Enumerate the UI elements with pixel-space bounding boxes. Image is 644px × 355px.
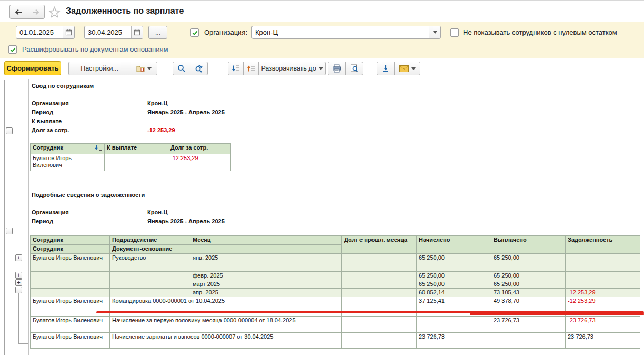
details-section-title: Подробные сведения о задолженности — [32, 192, 145, 198]
org-value: Крон-Ц — [252, 28, 429, 36]
header-cell-to-pay[interactable]: К выплате — [105, 144, 168, 154]
field-label: Организация — [32, 100, 69, 106]
salary-debt-report-window: Задолженность по зарплате 01.01.2025 – 3… — [0, 0, 644, 355]
cell-prev-debt — [342, 333, 417, 349]
summary-table-header-row: Сотрудник К выплате Долг за сотр. — [31, 144, 231, 154]
cell-document[interactable]: Начисление за первую половину месяца 000… — [110, 317, 342, 333]
cell-debt: -12 253,29 — [566, 297, 640, 317]
org-input[interactable]: Крон-Ц — [251, 26, 441, 39]
grouping-separator-line — [28, 79, 29, 355]
cell-month: март 2025 — [190, 280, 342, 289]
header-cell-prev-debt[interactable]: Долг с прошл. месяца — [342, 236, 417, 254]
back-button[interactable] — [9, 5, 27, 19]
checkmark-icon — [9, 46, 16, 53]
cell-paid: 23 726,73 — [491, 317, 566, 333]
printer-icon — [332, 64, 341, 73]
collapse-levels-button[interactable] — [243, 62, 259, 75]
search-button[interactable] — [173, 62, 190, 75]
export-group — [377, 62, 420, 75]
forward-button[interactable] — [27, 5, 45, 19]
org-checkbox[interactable] — [190, 28, 199, 37]
date-from-calendar-button[interactable] — [63, 26, 74, 38]
header-cell-paid[interactable]: Выплачено — [491, 236, 566, 254]
document-detail-row: Булатов Игорь Виленович Начисление за пе… — [31, 317, 640, 333]
document-detail-row: Булатов Игорь Виленович Командировка 000… — [31, 297, 640, 317]
expand-row-button[interactable]: + — [15, 254, 22, 261]
month-group-row: февр. 2025 65 250,00 65 250,00 — [31, 272, 640, 280]
cell-document[interactable]: Начисление зарплаты и взносов 0000-00000… — [110, 333, 342, 349]
expand-row-button[interactable]: + — [15, 279, 22, 286]
cell-accrued: 60 852,14 — [417, 289, 491, 297]
date-to-input[interactable]: 30.04.2025 — [84, 26, 143, 39]
save-button[interactable] — [377, 62, 395, 75]
caret-down-icon — [411, 67, 416, 70]
field-label: Период — [32, 109, 53, 115]
expand-levels-button[interactable] — [228, 62, 244, 75]
filter-panel: 01.01.2025 – 30.04.2025 — [0, 22, 644, 58]
cell-document[interactable]: Командировка 0000-000001 от 10.04.2025 — [110, 297, 342, 317]
generate-button[interactable]: Сформировать — [4, 61, 61, 75]
date-from-input[interactable]: 01.01.2025 — [16, 26, 75, 39]
document-detail-row: Булатов Игорь Виленович Начисление зарпл… — [31, 333, 640, 349]
field-value: Крон-Ц — [147, 100, 168, 106]
summary-table-row: Булатов Игорь Виленович -12 253,29 — [31, 154, 231, 171]
field-value: Январь 2025 - Апрель 2025 — [147, 109, 225, 115]
search-group — [173, 62, 208, 75]
collapse-row-button[interactable]: − — [15, 287, 22, 293]
header-cell-employee-2[interactable]: Сотрудник — [31, 245, 110, 254]
expand-group: Разворачивать до — [228, 62, 326, 75]
settings-button[interactable]: Настройки... — [68, 62, 130, 75]
print-button[interactable] — [328, 62, 346, 75]
org-label: Организация: — [204, 28, 247, 37]
cell-prev-debt — [342, 272, 417, 280]
header-cell-document[interactable]: Документ-основание — [110, 245, 342, 254]
cell-employee: Булатов Игорь Виленович — [31, 254, 110, 272]
cell-department — [110, 280, 190, 289]
email-button[interactable] — [394, 62, 420, 75]
month-group-row: март 2025 65 250,00 65 250,00 — [31, 280, 640, 289]
header-cell-employee[interactable]: Сотрудник — [31, 144, 105, 154]
tree-line — [4, 80, 5, 355]
collapse-group-button[interactable]: − — [6, 228, 13, 234]
expand-levels-icon — [232, 64, 240, 73]
cell-paid: 73 105,43 — [491, 289, 566, 297]
cell-month: февр. 2025 — [190, 272, 342, 280]
page-title: Задолженность по зарплате — [66, 6, 184, 16]
header-cell-employee[interactable]: Сотрудник — [31, 236, 110, 245]
cell-accrued: 65 250,00 — [417, 272, 491, 280]
date-to-calendar-button[interactable] — [131, 26, 143, 38]
header-cell-debt[interactable]: Задолженность — [566, 236, 640, 254]
header-cell-department[interactable]: Подразделение — [110, 236, 190, 245]
cell-accrued: 65 250,00 — [417, 280, 491, 289]
header-cell-month[interactable]: Месяц — [190, 236, 342, 245]
org-dropdown-button[interactable] — [429, 26, 440, 38]
report-toolbar: Сформировать Настройки... — [0, 58, 644, 79]
period-picker-button[interactable]: ... — [148, 26, 167, 39]
cell-debt: -12 253,29 — [168, 154, 231, 171]
caret-down-icon — [147, 67, 152, 70]
collapse-levels-icon — [247, 64, 255, 73]
tree-line — [18, 343, 28, 344]
report-variants-button[interactable] — [130, 62, 157, 75]
cell-paid: 65 250,00 — [491, 280, 566, 289]
search-icon — [177, 64, 186, 73]
tree-line — [18, 293, 19, 343]
collapse-group-button[interactable]: − — [6, 127, 13, 134]
month-group-row: апр. 2025 60 852,14 73 105,43 -12 253,29 — [31, 289, 640, 297]
header-cell-debt[interactable]: Долг за сотр. — [168, 144, 231, 154]
caret-down-icon — [433, 31, 437, 34]
breakdown-checkbox[interactable] — [8, 45, 17, 54]
search-next-button[interactable] — [190, 62, 208, 75]
cell-paid: 49 378,70 — [491, 297, 566, 317]
preview-button[interactable] — [345, 62, 363, 75]
cell-paid: 65 250,00 — [491, 254, 566, 272]
expand-row-button[interactable]: + — [15, 272, 22, 279]
settings-group: Настройки... — [68, 62, 157, 75]
details-table: Сотрудник Подразделение Месяц Долг с про… — [30, 235, 640, 349]
save-icon — [381, 64, 390, 73]
cell-prev-debt — [342, 317, 417, 333]
favorite-star-icon[interactable] — [48, 6, 61, 20]
hide-zero-checkbox[interactable] — [450, 28, 459, 37]
expand-to-button[interactable]: Разворачивать до — [258, 62, 326, 75]
header-cell-accrued[interactable]: Начислено — [417, 236, 491, 254]
